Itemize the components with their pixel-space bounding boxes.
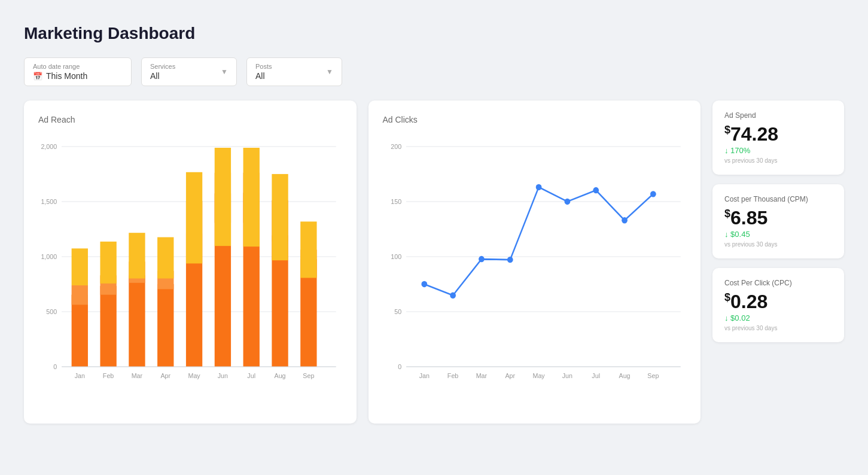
page-title: Marketing Dashboard [24,24,844,43]
ad-spend-period: vs previous 30 days [724,157,832,164]
svg-point-62 [564,199,570,205]
svg-rect-18 [129,275,145,367]
svg-rect-32 [215,148,231,246]
svg-rect-12 [72,248,88,285]
ad-spend-card: Ad Spend $74.28 ↓ 170% vs previous 30 da… [712,101,844,175]
svg-text:Jan: Jan [75,372,85,379]
ad-clicks-title: Ad Clicks [383,115,687,124]
ad-reach-card: Ad Reach 2,000 1,500 1,000 500 0 [24,101,357,424]
posts-chevron-icon: ▼ [326,68,333,76]
svg-text:Sep: Sep [303,372,314,379]
date-range-label: Auto date range [33,63,123,70]
services-filter[interactable]: Services All ▼ [141,57,237,86]
svg-point-58 [450,293,456,299]
svg-text:50: 50 [394,308,401,315]
svg-rect-14 [100,286,116,367]
ad-spend-change: ↓ 170% [724,146,832,155]
svg-text:Apr: Apr [505,372,515,379]
svg-text:May: May [532,372,545,379]
svg-text:500: 500 [46,308,57,315]
svg-rect-36 [243,148,260,246]
svg-text:Aug: Aug [619,372,630,379]
cpc-value: $0.28 [724,292,832,311]
svg-text:0: 0 [53,363,57,370]
svg-text:Jan: Jan [419,372,429,379]
svg-text:Feb: Feb [103,372,114,379]
services-chevron-icon: ▼ [221,68,228,76]
svg-rect-44 [300,221,316,278]
svg-point-57 [421,281,427,287]
svg-text:150: 150 [391,198,401,205]
svg-rect-10 [72,295,88,367]
svg-text:100: 100 [391,253,401,260]
svg-text:Jun: Jun [218,372,228,379]
svg-point-63 [593,187,599,193]
svg-point-59 [479,256,485,262]
svg-rect-20 [129,233,145,278]
calendar-icon: 📅 [33,72,42,81]
svg-rect-28 [186,172,202,264]
cpm-value: $6.85 [724,208,832,227]
svg-text:Sep: Sep [647,372,659,379]
date-range-value: 📅 This Month [33,71,123,81]
svg-rect-11 [72,285,88,305]
svg-text:Apr: Apr [160,372,170,379]
svg-rect-24 [157,238,173,279]
svg-rect-22 [157,284,173,367]
svg-text:Mar: Mar [132,372,143,379]
svg-text:200: 200 [391,143,401,150]
svg-text:Feb: Feb [447,372,458,379]
cpm-label: Cost per Thousand (CPM) [724,195,832,203]
cpm-change: ↓ $0.45 [724,230,832,239]
svg-text:1,500: 1,500 [41,198,57,205]
filter-bar: Auto date range 📅 This Month Services Al… [24,57,844,86]
services-label: Services [150,63,175,70]
date-range-filter[interactable]: Auto date range 📅 This Month [24,57,132,86]
cpm-period: vs previous 30 days [724,241,832,248]
svg-text:May: May [188,372,200,379]
svg-point-61 [535,184,541,190]
svg-point-60 [507,257,513,263]
ad-reach-title: Ad Reach [38,115,342,124]
ad-reach-chart: 2,000 1,500 1,000 500 0 Jan Feb [38,134,342,409]
ad-clicks-card: Ad Clicks 200 150 100 50 0 [368,101,701,424]
svg-text:0: 0 [398,363,401,370]
stat-cards: Ad Spend $74.28 ↓ 170% vs previous 30 da… [712,101,844,424]
svg-point-64 [622,217,628,223]
svg-text:Jul: Jul [592,372,600,379]
services-value: All [150,71,175,81]
posts-value: All [255,71,272,81]
svg-text:Jun: Jun [562,372,572,379]
svg-text:2,000: 2,000 [41,143,57,150]
svg-point-65 [650,191,656,197]
cpc-card: Cost Per Click (CPC) $0.28 ↓ $0.02 vs pr… [712,268,844,342]
svg-rect-40 [272,174,288,260]
cpc-change: ↓ $0.02 [724,313,832,322]
svg-text:Aug: Aug [275,372,286,379]
ad-clicks-chart: 200 150 100 50 0 Jan Feb [383,134,687,409]
posts-label: Posts [255,63,272,70]
svg-rect-16 [100,242,116,284]
cpc-label: Cost Per Click (CPC) [724,279,832,287]
svg-text:Jul: Jul [247,372,255,379]
ad-spend-value: $74.28 [724,124,832,144]
cpm-card: Cost per Thousand (CPM) $6.85 ↓ $0.45 vs… [712,184,844,258]
dashboard-grid: Ad Reach 2,000 1,500 1,000 500 0 [24,101,844,424]
cpc-period: vs previous 30 days [724,325,832,331]
svg-text:Mar: Mar [476,372,487,379]
posts-filter[interactable]: Posts All ▼ [246,57,342,86]
ad-spend-label: Ad Spend [724,111,832,120]
svg-text:1,000: 1,000 [41,253,57,260]
